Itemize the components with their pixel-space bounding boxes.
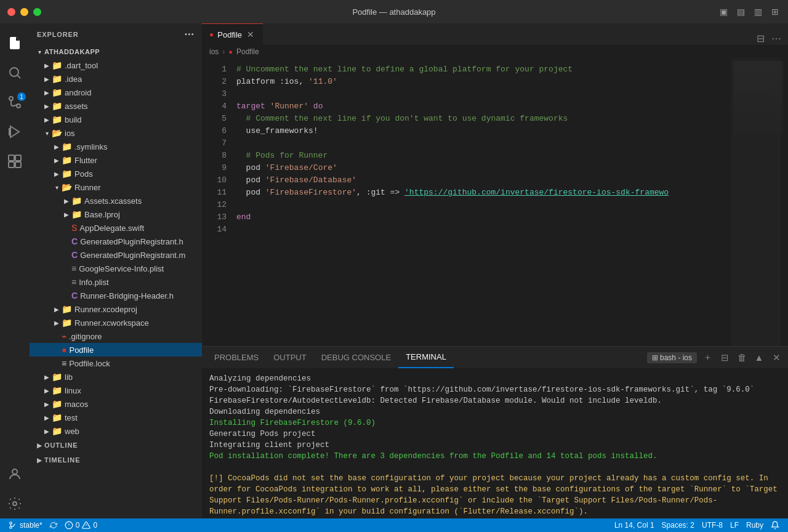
minimize-button[interactable] xyxy=(20,8,28,16)
tree-item-build[interactable]: ▶ 📁 build xyxy=(30,113,202,126)
tree-item-assets[interactable]: ▶ 📁 assets xyxy=(30,99,202,113)
tree-item-runner[interactable]: ▾ 📂 Runner xyxy=(30,180,202,194)
code-line-2: platform :ios, '11.0' xyxy=(236,76,731,88)
tree-item-pods[interactable]: ▶ 📁 Pods xyxy=(30,167,202,180)
errors-status[interactable]: 0 0 xyxy=(61,518,101,532)
terminal-bash-badge: ⊞ bash - ios xyxy=(647,352,697,363)
timeline-section[interactable]: ▶ TIMELINE xyxy=(30,453,202,467)
line-numbers: 12345 678910 11121314 xyxy=(202,58,231,346)
sync-status[interactable] xyxy=(46,518,61,532)
terminal-split-icon[interactable]: ⊟ xyxy=(718,351,731,365)
folder-icon: 📁 xyxy=(52,74,62,84)
tab-problems[interactable]: PROBLEMS xyxy=(207,347,266,368)
tree-item-podfile[interactable]: ▶ ● Podfile xyxy=(30,343,202,357)
git-branch-status[interactable]: stable* xyxy=(5,518,46,532)
tree-item-generated-plugin-h[interactable]: ▶ C GeneratedPluginRegistrant.h xyxy=(30,235,202,248)
folder-icon: 📁 xyxy=(71,209,82,219)
folder-icon: 📁 xyxy=(62,155,72,165)
folder-icon: 📁 xyxy=(62,169,72,179)
new-terminal-icon[interactable]: ＋ xyxy=(701,351,714,365)
account-activity-icon[interactable] xyxy=(0,459,30,489)
warnings-count: 0 xyxy=(93,521,97,530)
encoding-label: UTF-8 xyxy=(702,521,723,530)
cursor-position-status[interactable]: Ln 14, Col 1 xyxy=(611,518,658,532)
close-button[interactable] xyxy=(7,8,15,16)
tab-close-icon[interactable]: ✕ xyxy=(246,30,255,39)
folder-icon: 📂 xyxy=(52,128,62,138)
breadcrumb: ios › ● Podfile xyxy=(202,45,788,58)
tree-item-runner-xcodeproj[interactable]: ▶ 📁 Runner.xcodeproj xyxy=(30,302,202,316)
svg-rect-8 xyxy=(15,155,21,161)
breadcrumb-ios[interactable]: ios xyxy=(209,47,219,56)
sidebar-toggle-icon[interactable]: ▣ xyxy=(718,6,729,17)
tree-item-dart-tool[interactable]: ▶ 📁 .dart_tool xyxy=(30,58,202,72)
ruby-file-icon: ● xyxy=(62,345,66,355)
spaces-label: Spaces: 2 xyxy=(662,521,694,530)
tab-terminal[interactable]: TERMINAL xyxy=(398,347,454,368)
kill-terminal-icon[interactable]: 🗑 xyxy=(735,351,749,365)
folder-icon: 📁 xyxy=(52,426,62,436)
code-line-9: pod 'Firebase/Core' xyxy=(236,162,731,174)
tree-item-web[interactable]: ▶ 📁 web xyxy=(30,424,202,438)
breadcrumb-podfile-icon: ● xyxy=(228,48,233,55)
root-folder-item[interactable]: ▾ ATHADDAKAPP xyxy=(30,45,202,58)
tree-item-podfile-lock[interactable]: ▶ ≡ Podfile.lock xyxy=(30,357,202,370)
tree-item-bridging-header[interactable]: ▶ C Runner-Bridging-Header.h xyxy=(30,289,202,302)
panel-toggle-icon[interactable]: ▤ xyxy=(735,6,746,17)
notifications-status[interactable] xyxy=(767,518,783,532)
extensions-activity-icon[interactable] xyxy=(0,147,30,176)
svg-point-12 xyxy=(13,502,17,506)
indentation-status[interactable]: Spaces: 2 xyxy=(658,518,698,532)
sidebar: EXPLORER ⋯ ▾ ATHADDAKAPP ▶ 📁 .dart_tool … xyxy=(30,23,202,518)
split-editor-right-icon[interactable]: ⊟ xyxy=(754,31,767,45)
tree-item-symlinks[interactable]: ▶ 📁 .symlinks xyxy=(30,140,202,153)
search-activity-icon[interactable] xyxy=(0,58,30,87)
more-actions-icon[interactable]: ⋯ xyxy=(770,31,783,45)
language-mode-status[interactable]: Ruby xyxy=(742,518,767,532)
new-file-icon[interactable]: ⋯ xyxy=(184,28,195,40)
split-editor-icon[interactable]: ▥ xyxy=(752,6,763,17)
tree-item-base-lproj[interactable]: ▶ 📁 Base.lproj xyxy=(30,208,202,221)
tree-item-linux[interactable]: ▶ 📁 linux xyxy=(30,384,202,397)
tree-item-assets-xcassets[interactable]: ▶ 📁 Assets.xcassets xyxy=(30,194,202,208)
editor-content[interactable]: 12345 678910 11121314 # Uncomment the ne… xyxy=(202,58,788,346)
activity-bar: 1 xyxy=(0,23,30,518)
tree-item-lib[interactable]: ▶ 📁 lib xyxy=(30,370,202,384)
tree-item-macos[interactable]: ▶ 📁 macos xyxy=(30,397,202,411)
svg-point-2 xyxy=(9,97,13,100)
code-content[interactable]: # Uncomment the next line to define a gl… xyxy=(231,58,731,346)
tree-item-info-plist[interactable]: ▶ ≡ Info.plist xyxy=(30,275,202,289)
tree-item-appdelegate[interactable]: ▶ S AppDelegate.swift xyxy=(30,221,202,235)
line-ending-status[interactable]: LF xyxy=(726,518,742,532)
breadcrumb-podfile[interactable]: Podfile xyxy=(236,47,259,56)
run-activity-icon[interactable] xyxy=(0,117,30,147)
source-control-activity-icon[interactable]: 1 xyxy=(0,87,30,117)
tree-item-runner-xcworkspace[interactable]: ▶ 📁 Runner.xcworkspace xyxy=(30,316,202,329)
tree-item-idea[interactable]: ▶ 📁 .idea xyxy=(30,72,202,86)
encoding-status[interactable]: UTF-8 xyxy=(698,518,726,532)
customize-layout-icon[interactable]: ⊞ xyxy=(770,6,781,17)
maximize-panel-icon[interactable]: ▲ xyxy=(752,351,766,365)
folder-icon: 📁 xyxy=(71,196,82,206)
podfile-tab[interactable]: ● Podfile ✕ xyxy=(202,23,263,45)
settings-activity-icon[interactable] xyxy=(0,489,30,518)
tree-item-googleservice[interactable]: ▶ ≡ GoogleService-Info.plist xyxy=(30,262,202,275)
tab-output[interactable]: OUTPUT xyxy=(266,347,313,368)
tab-debug-console[interactable]: DEBUG CONSOLE xyxy=(314,347,398,368)
tree-item-generated-plugin-m[interactable]: ▶ C GeneratedPluginRegistrant.m xyxy=(30,248,202,262)
tab-label: Podfile xyxy=(217,30,242,39)
editor-area: ● Podfile ✕ ⊟ ⋯ ios › ● Podfile 12345 67… xyxy=(202,23,788,518)
tree-item-gitignore[interactable]: ▶ ⌁ .gitignore xyxy=(30,329,202,343)
tree-item-test[interactable]: ▶ 📁 test xyxy=(30,411,202,424)
explorer-activity-icon[interactable] xyxy=(0,28,30,58)
tree-item-flutter[interactable]: ▶ 📁 Flutter xyxy=(30,153,202,167)
svg-rect-7 xyxy=(9,155,14,161)
tree-item-ios[interactable]: ▾ 📂 ios xyxy=(30,126,202,140)
outline-section[interactable]: ▶ OUTLINE xyxy=(30,438,202,453)
close-panel-icon[interactable]: ✕ xyxy=(770,351,783,365)
tab-bar-actions: ⊟ ⋯ xyxy=(754,31,788,45)
tree-item-android[interactable]: ▶ 📁 android xyxy=(30,86,202,99)
terminal-content[interactable]: Analyzing dependencies Pre-downloading: … xyxy=(202,368,788,518)
maximize-button[interactable] xyxy=(33,8,41,16)
root-folder-label: ATHADDAKAPP xyxy=(44,48,202,55)
